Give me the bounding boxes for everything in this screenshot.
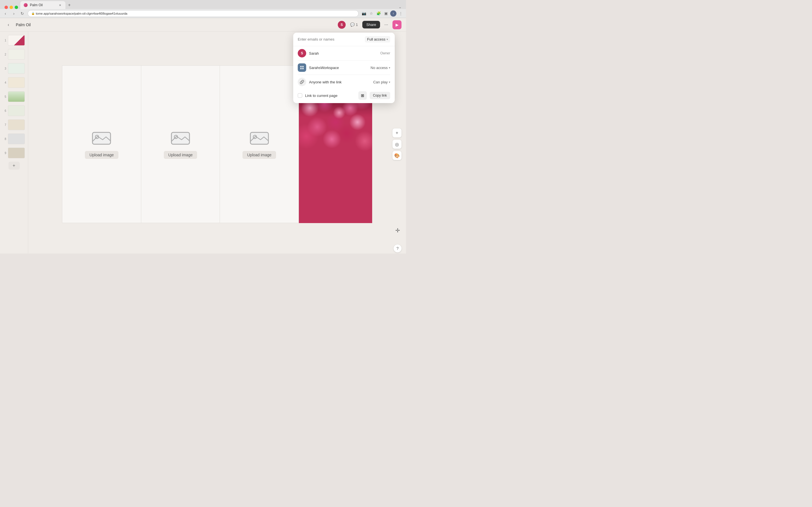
sidebar-page-num-3: 3 — [3, 67, 6, 70]
comment-icon: 💬 — [350, 22, 355, 27]
screencast-icon[interactable]: 📷 — [361, 10, 367, 17]
tab-title: Palm Oil — [30, 3, 43, 7]
add-content-button[interactable]: + — [393, 128, 402, 137]
extensions-icon[interactable]: 🧩 — [375, 10, 382, 17]
sidebar-thumb-9[interactable] — [8, 148, 25, 158]
sidebar: 1 2 3 4 5 6 7 8 — [0, 32, 28, 253]
current-page-label: Link to current page — [305, 94, 356, 98]
user-avatar: S — [338, 21, 346, 29]
sidebar-thumb-5[interactable] — [8, 91, 25, 102]
owner-info: Sarah — [309, 51, 377, 55]
target-button[interactable]: ◎ — [393, 140, 402, 149]
comments-button[interactable]: 💬 1 — [348, 21, 360, 28]
close-button[interactable] — [4, 6, 8, 9]
slide-panel-2[interactable]: Upload image — [141, 65, 220, 223]
browser-menu-icon[interactable]: ⋮ — [398, 10, 404, 17]
email-input[interactable] — [298, 37, 363, 41]
sidebar-page-7[interactable]: 7 — [2, 118, 26, 131]
svg-rect-8 — [300, 68, 302, 69]
topbar-actions: S 💬 1 Share ··· ▶ — [338, 20, 402, 29]
sidebar-page-num-6: 6 — [3, 109, 6, 112]
tab-favicon — [24, 3, 28, 7]
link-access-select[interactable]: Can play ▾ — [373, 80, 390, 84]
sidebar-page-9[interactable]: 9 — [2, 147, 26, 159]
slide-panel-3[interactable]: Upload image — [220, 65, 299, 223]
new-tab-button[interactable]: + — [65, 1, 73, 9]
sidebar-page-3[interactable]: 3 — [2, 62, 26, 75]
svg-rect-9 — [302, 68, 304, 69]
browser-tab-active[interactable]: Palm Oil ✕ — [20, 1, 65, 9]
qr-code-button[interactable]: ⊞ — [358, 91, 367, 100]
canvas-controls: + ◎ 🎨 — [393, 128, 402, 160]
sidebar-thumb-3[interactable] — [8, 63, 25, 74]
sidebar-page-num-9: 9 — [3, 152, 6, 155]
owner-role-label: Owner — [380, 51, 390, 55]
share-dropdown: Full access ▾ S Sarah Owner SarahsWorksp… — [293, 33, 395, 103]
upload-label-3: Upload image — [243, 151, 276, 159]
back-button[interactable]: ‹ — [4, 21, 12, 29]
sidebar-page-2[interactable]: 2 — [2, 48, 26, 61]
share-workspace-row: SarahsWorkspace No access ▾ — [293, 61, 395, 75]
copy-link-button[interactable]: Copy link — [370, 92, 390, 99]
browser-expand-icon[interactable]: ⌄ — [396, 5, 404, 9]
sidebar-thumb-7[interactable] — [8, 119, 25, 130]
sidebar-thumb-2[interactable] — [8, 49, 25, 60]
traffic-lights — [2, 6, 20, 9]
svg-rect-6 — [300, 66, 302, 67]
share-invite-row: Full access ▾ — [293, 33, 395, 46]
url-bar[interactable]: 🔒 tome.app/sarahsworkspace/palm-oil-clgm… — [28, 10, 359, 17]
sidebar-thumb-1[interactable] — [8, 35, 25, 46]
workspace-access-select[interactable]: No access ▾ — [370, 66, 390, 70]
owner-name: Sarah — [309, 51, 377, 55]
sidebar-page-num-5: 5 — [3, 95, 6, 98]
more-options-button[interactable]: ··· — [382, 21, 390, 29]
sidebar-thumb-4[interactable] — [8, 77, 25, 88]
sidebar-page-num-2: 2 — [3, 53, 6, 56]
workspace-access-chevron: ▾ — [389, 66, 390, 69]
sidebar-page-num-4: 4 — [3, 81, 6, 84]
corner-plus-button[interactable]: ✛ — [394, 226, 402, 234]
upload-label-1: Upload image — [85, 151, 118, 159]
slide-panel-1[interactable]: Upload image — [62, 65, 141, 223]
svg-rect-7 — [302, 66, 304, 67]
browser-tab-bar: Palm Oil ✕ + ⌄ — [0, 0, 406, 9]
link-access-label: Can play — [373, 80, 388, 84]
bookmark-icon[interactable]: ☆ — [368, 10, 374, 17]
browser-actions: 📷 ☆ 🧩 ▣ I ⋮ — [361, 10, 404, 17]
share-button[interactable]: Share — [362, 21, 380, 29]
share-link-row: Anyone with the link Can play ▾ — [293, 75, 395, 89]
sidebar-thumb-8[interactable] — [8, 133, 25, 144]
minimize-button[interactable] — [10, 6, 13, 9]
sidebar-page-num-7: 7 — [3, 123, 6, 126]
maximize-button[interactable] — [15, 6, 18, 9]
owner-avatar: S — [298, 49, 306, 57]
workspace-avatar — [298, 63, 306, 72]
reload-button[interactable]: ↻ — [19, 10, 26, 17]
split-view-icon[interactable]: ▣ — [383, 10, 389, 17]
full-access-select[interactable]: Full access ▾ — [365, 36, 390, 43]
sidebar-page-num-1: 1 — [3, 39, 6, 42]
workspace-info: SarahsWorkspace — [309, 66, 368, 70]
back-nav-button[interactable]: ‹ — [2, 10, 8, 17]
sidebar-page-1[interactable]: 1 — [2, 34, 26, 47]
sidebar-page-8[interactable]: 8 — [2, 132, 26, 145]
share-owner-row: S Sarah Owner — [293, 46, 395, 60]
sidebar-thumb-6[interactable] — [8, 105, 25, 116]
sidebar-page-6[interactable]: 6 — [2, 104, 26, 117]
tab-close-icon[interactable]: ✕ — [58, 3, 62, 7]
share-current-page-row: Link to current page ⊞ Copy link — [293, 89, 395, 103]
full-access-label: Full access — [367, 37, 386, 41]
sidebar-page-4[interactable]: 4 — [2, 76, 26, 89]
current-page-checkbox[interactable] — [298, 93, 302, 98]
full-access-chevron: ▾ — [387, 38, 388, 41]
add-page-button[interactable]: + — [8, 162, 20, 170]
page-title: Palm Oil — [16, 22, 31, 27]
lock-icon: 🔒 — [31, 12, 35, 15]
sidebar-page-5[interactable]: 5 — [2, 90, 26, 103]
forward-nav-button[interactable]: › — [11, 10, 17, 17]
incognito-avatar[interactable]: I — [390, 10, 396, 17]
play-button[interactable]: ▶ — [393, 20, 402, 29]
topbar: ‹ Palm Oil S 💬 1 Share ··· ▶ — [0, 18, 406, 32]
help-button[interactable]: ? — [394, 244, 402, 252]
palette-button[interactable]: 🎨 — [393, 151, 402, 160]
